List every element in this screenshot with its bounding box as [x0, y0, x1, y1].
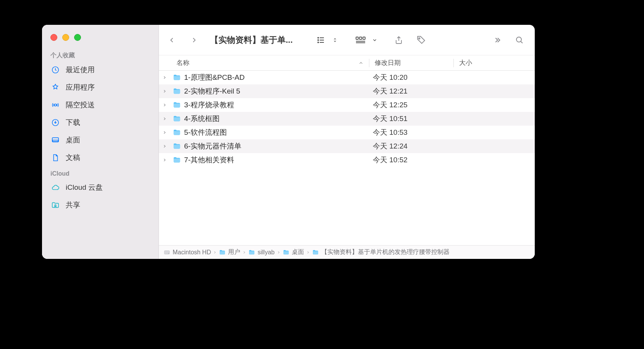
breadcrumb-label: Macintosh HD [173, 249, 211, 256]
sidebar-section-favorites: 个人收藏 [42, 48, 159, 61]
group-by-chevron-icon[interactable] [371, 31, 379, 49]
file-row[interactable]: 6-实物元器件清单今天 12:24 [159, 139, 535, 153]
file-row[interactable]: 3-程序烧录教程今天 12:25 [159, 98, 535, 112]
disclosure-triangle-icon[interactable] [163, 116, 172, 121]
folder-icon [219, 249, 226, 256]
column-name-label: 名称 [176, 58, 189, 67]
tags-button[interactable] [412, 31, 430, 49]
folder-icon [173, 128, 181, 137]
file-name: 1-原理图&PCB-AD [184, 73, 367, 82]
breadcrumb-item[interactable]: 【实物资料】基于单片机的发热理疗腰带控制器 [312, 248, 450, 256]
file-row[interactable]: 5-软件流程图今天 10:53 [159, 126, 535, 139]
svg-line-19 [521, 41, 523, 43]
file-date: 今天 10:53 [367, 128, 451, 137]
breadcrumb-separator-icon [306, 250, 310, 255]
folder-icon [312, 249, 319, 256]
file-list: 1-原理图&PCB-AD今天 10:202-实物程序-Keil 5今天 12:2… [159, 71, 535, 245]
zoom-window-button[interactable] [74, 34, 81, 41]
svg-rect-13 [359, 37, 362, 39]
file-name: 7-其他相关资料 [184, 155, 367, 165]
group-by-button[interactable] [351, 31, 370, 49]
breadcrumb-item[interactable]: Macintosh HD [163, 249, 211, 256]
disclosure-triangle-icon[interactable] [163, 158, 172, 162]
finder-window: 个人收藏 最近使用 应用程序 隔空投送 [42, 25, 535, 259]
file-row[interactable]: 7-其他相关资料今天 10:52 [159, 153, 535, 167]
disclosure-triangle-icon[interactable] [163, 89, 172, 94]
breadcrumb-item[interactable]: 桌面 [283, 248, 304, 256]
sidebar-item-desktop[interactable]: 桌面 [42, 131, 159, 149]
disclosure-triangle-icon[interactable] [163, 144, 172, 149]
folder-icon [248, 249, 255, 256]
forward-button[interactable] [185, 31, 203, 49]
svg-point-21 [168, 253, 169, 254]
sidebar-item-recents[interactable]: 最近使用 [42, 61, 159, 79]
sidebar-item-applications[interactable]: 应用程序 [42, 79, 159, 96]
breadcrumb-item[interactable]: sillyab [248, 249, 274, 256]
close-window-button[interactable] [50, 34, 57, 41]
applications-icon [50, 82, 60, 92]
column-size-label: 大小 [459, 59, 472, 66]
sidebar-item-documents[interactable]: 文稿 [42, 149, 159, 166]
main-panel: 【实物资料】基于单... [159, 25, 535, 259]
svg-rect-12 [356, 37, 358, 39]
folder-icon [173, 87, 181, 95]
minimize-window-button[interactable] [62, 34, 69, 41]
download-icon [50, 118, 60, 128]
file-name: 6-实物元器件清单 [184, 141, 367, 151]
svg-point-6 [318, 37, 319, 38]
file-row[interactable]: 4-系统框图今天 10:51 [159, 112, 535, 126]
svg-point-18 [516, 37, 521, 42]
column-date-label: 修改日期 [375, 59, 401, 66]
file-row[interactable]: 2-实物程序-Keil 5今天 12:21 [159, 84, 535, 98]
share-button[interactable] [390, 31, 408, 49]
document-icon [50, 153, 60, 163]
breadcrumb-item[interactable]: 用户 [219, 248, 240, 256]
svg-point-5 [55, 205, 56, 206]
view-menu-chevrons-icon[interactable] [331, 31, 339, 49]
svg-rect-14 [363, 37, 365, 39]
sidebar-item-label: 桌面 [66, 135, 80, 145]
sidebar-section-icloud: iCloud [42, 166, 159, 179]
back-button[interactable] [163, 31, 181, 49]
sidebar-item-shared[interactable]: 共享 [42, 196, 159, 214]
folder-icon [173, 142, 181, 150]
window-controls [42, 29, 159, 48]
folder-icon [173, 156, 181, 164]
shared-folder-icon [50, 200, 60, 210]
sidebar-item-label: 隔空投送 [66, 100, 95, 110]
column-date[interactable]: 修改日期 [369, 58, 453, 67]
desktop-icon [50, 135, 60, 145]
hard-drive-icon [163, 249, 170, 256]
file-row[interactable]: 1-原理图&PCB-AD今天 10:20 [159, 71, 535, 84]
disclosure-triangle-icon[interactable] [163, 130, 172, 135]
sidebar-item-downloads[interactable]: 下载 [42, 114, 159, 131]
search-button[interactable] [510, 31, 529, 49]
disclosure-triangle-icon[interactable] [163, 75, 172, 80]
cloud-icon [50, 183, 60, 192]
breadcrumb-separator-icon [213, 250, 217, 255]
sidebar-item-airdrop[interactable]: 隔空投送 [42, 96, 159, 114]
sidebar-item-label: 文稿 [66, 153, 80, 163]
sidebar-item-label: 应用程序 [66, 82, 95, 92]
file-name: 3-程序烧录教程 [184, 100, 367, 110]
path-bar: Macintosh HD用户sillyab桌面【实物资料】基于单片机的发热理疗腰… [159, 245, 535, 259]
svg-point-7 [318, 39, 319, 40]
sidebar-item-label: 共享 [66, 200, 80, 210]
file-date: 今天 12:24 [367, 141, 451, 151]
view-list-button[interactable] [312, 31, 330, 49]
airdrop-icon [50, 100, 60, 110]
sidebar-item-icloud-drive[interactable]: iCloud 云盘 [42, 179, 159, 196]
disclosure-triangle-icon[interactable] [163, 103, 172, 107]
toolbar-overflow-button[interactable] [488, 31, 506, 49]
file-name: 2-实物程序-Keil 5 [184, 86, 367, 96]
breadcrumb-label: 桌面 [292, 248, 304, 256]
column-name[interactable]: 名称 [159, 58, 369, 67]
sidebar: 个人收藏 最近使用 应用程序 隔空投送 [42, 25, 159, 259]
clock-icon [50, 65, 60, 75]
folder-icon [173, 73, 181, 82]
sort-ascending-icon [358, 60, 364, 66]
file-name: 5-软件流程图 [184, 128, 367, 137]
column-size[interactable]: 大小 [454, 58, 535, 67]
sidebar-item-label: iCloud 云盘 [66, 183, 103, 192]
folder-icon [173, 101, 181, 109]
